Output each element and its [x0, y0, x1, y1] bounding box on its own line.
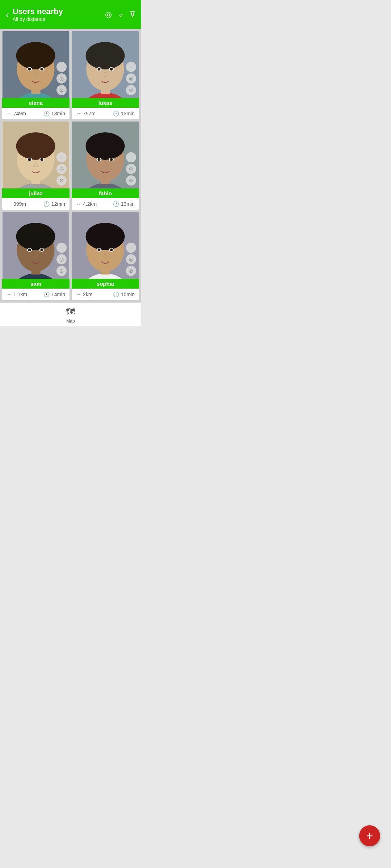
card-info-elena: ↔ 749m 🕐 13min	[2, 108, 70, 119]
user-card-lukas[interactable]: ★ ◎ ⊘ lukas ↔ 757m 🕐 13min	[72, 31, 139, 119]
radar-icon[interactable]: ◎	[105, 10, 112, 19]
card-name-lukas: lukas	[72, 98, 139, 108]
card-image-fabio: ★ ◎ ⊘	[72, 122, 139, 188]
block-icon-julia2[interactable]: ⊘	[56, 175, 67, 186]
block-icon-sam[interactable]: ⊘	[56, 266, 67, 276]
map-label: Map	[66, 319, 75, 324]
map-icon: 🗺	[66, 306, 75, 318]
sort-icon[interactable]: ⬦	[118, 10, 123, 19]
distance-icon-sam: ↔	[7, 292, 12, 297]
user-card-sophia[interactable]: ★ ◎ ⊘ sophia ↔ 2km 🕐 15min	[72, 212, 139, 300]
card-info-sam: ↔ 1.1km 🕐 14min	[2, 289, 70, 300]
star-icon-lukas[interactable]: ★	[126, 62, 136, 72]
clock-icon-sophia: 🕐	[113, 292, 119, 297]
time-value-sam: 14min	[51, 292, 65, 297]
card-image-elena: ★ ◎ ⊘	[2, 31, 70, 98]
card-info-lukas: ↔ 757m 🕐 13min	[72, 108, 139, 119]
svg-point-35	[110, 158, 113, 161]
clock-icon-julia2: 🕐	[43, 201, 50, 207]
card-image-julia2: ★ ◎ ⊘	[2, 122, 70, 188]
svg-point-40	[16, 223, 55, 250]
card-image-lukas: ★ ◎ ⊘	[72, 31, 139, 98]
user-card-fabio[interactable]: ★ ◎ ⊘ fabio ↔ 4.2km 🕐 13min	[72, 122, 139, 210]
time-julia2: 🕐 12min	[43, 201, 65, 207]
star-icon-elena[interactable]: ★	[56, 62, 67, 72]
card-name-elena: elena	[2, 98, 70, 108]
svg-point-49	[86, 223, 125, 250]
location-icon-julia2[interactable]: ◎	[56, 164, 67, 174]
svg-point-8	[41, 68, 43, 71]
nav-map[interactable]: 🗺 Map	[66, 306, 75, 324]
user-card-sam[interactable]: ★ ◎ ⊘ sam ↔ 1.1km 🕐 14min	[2, 212, 70, 300]
distance-value-julia2: 999m	[13, 201, 26, 207]
time-sam: 🕐 14min	[43, 292, 65, 297]
time-fabio: 🕐 13min	[113, 201, 135, 207]
star-icon-fabio[interactable]: ★	[126, 152, 136, 162]
time-value-julia2: 12min	[51, 201, 65, 207]
location-icon-fabio[interactable]: ◎	[126, 164, 136, 174]
svg-point-22	[16, 132, 55, 160]
distance-julia2: ↔ 999m	[7, 201, 26, 207]
page-title: Users nearby	[13, 7, 63, 16]
card-info-julia2: ↔ 999m 🕐 12min	[2, 198, 70, 210]
app-header: ‹ Users nearby All by distance ◎ ⬦ ⊽	[0, 0, 141, 29]
clock-icon-sam: 🕐	[43, 292, 50, 297]
filter-icon[interactable]: ⊽	[130, 10, 135, 19]
distance-fabio: ↔ 4.2km	[76, 201, 97, 207]
distance-icon-elena: ↔	[7, 111, 12, 116]
svg-point-52	[98, 248, 101, 251]
svg-point-26	[41, 158, 43, 161]
time-value-fabio: 13min	[121, 201, 135, 207]
distance-value-lukas: 757m	[83, 111, 96, 116]
block-icon-fabio[interactable]: ⊘	[126, 175, 136, 186]
distance-icon-fabio: ↔	[76, 201, 81, 207]
card-overlay-julia2: ★ ◎ ⊘	[56, 152, 67, 186]
page-subtitle: All by distance	[13, 16, 63, 22]
svg-point-53	[110, 248, 113, 251]
distance-value-sophia: 2km	[83, 292, 92, 297]
star-icon-sophia[interactable]: ★	[126, 243, 136, 253]
block-icon-lukas[interactable]: ⊘	[126, 85, 136, 95]
header-icons: ◎ ⬦ ⊽	[105, 10, 135, 19]
location-icon-lukas[interactable]: ◎	[126, 73, 136, 84]
card-name-fabio: fabio	[72, 188, 139, 198]
user-card-julia2[interactable]: ★ ◎ ⊘ julia2 ↔ 999m 🕐 12min	[2, 122, 70, 210]
svg-point-4	[16, 42, 55, 69]
star-icon-julia2[interactable]: ★	[56, 152, 67, 162]
svg-point-34	[98, 158, 101, 161]
time-elena: 🕐 13min	[43, 111, 65, 116]
svg-point-16	[98, 68, 101, 71]
location-icon-elena[interactable]: ◎	[56, 73, 67, 84]
time-value-sophia: 15min	[121, 292, 135, 297]
card-image-sophia: ★ ◎ ⊘	[72, 212, 139, 279]
time-lukas: 🕐 13min	[113, 111, 135, 116]
time-value-elena: 13min	[51, 111, 65, 116]
card-name-sam: sam	[2, 279, 70, 289]
user-card-elena[interactable]: ★ ◎ ⊘ elena ↔ 749m 🕐 13min	[2, 31, 70, 119]
distance-icon-lukas: ↔	[76, 111, 81, 116]
distance-icon-julia2: ↔	[7, 201, 12, 207]
card-overlay-sam: ★ ◎ ⊘	[56, 243, 67, 276]
location-icon-sam[interactable]: ◎	[56, 254, 67, 264]
svg-point-31	[86, 132, 125, 160]
card-overlay-fabio: ★ ◎ ⊘	[126, 152, 136, 186]
svg-point-17	[110, 68, 113, 71]
back-button[interactable]: ‹	[6, 9, 9, 20]
card-overlay-elena: ★ ◎ ⊘	[56, 62, 67, 95]
location-icon-sophia[interactable]: ◎	[126, 254, 136, 264]
bottom-nav: 🗺 Map	[0, 302, 141, 326]
svg-point-25	[28, 158, 31, 161]
distance-lukas: ↔ 757m	[76, 111, 96, 116]
clock-icon-fabio: 🕐	[113, 201, 119, 207]
block-icon-sophia[interactable]: ⊘	[126, 266, 136, 276]
distance-value-fabio: 4.2km	[83, 201, 97, 207]
clock-icon-lukas: 🕐	[113, 111, 119, 116]
card-overlay-lukas: ★ ◎ ⊘	[126, 62, 136, 95]
distance-sophia: ↔ 2km	[76, 292, 92, 297]
block-icon-elena[interactable]: ⊘	[56, 85, 67, 95]
distance-value-sam: 1.1km	[13, 292, 27, 297]
distance-value-elena: 749m	[13, 111, 26, 116]
star-icon-sam[interactable]: ★	[56, 243, 67, 253]
svg-point-43	[28, 248, 31, 251]
distance-elena: ↔ 749m	[7, 111, 26, 116]
